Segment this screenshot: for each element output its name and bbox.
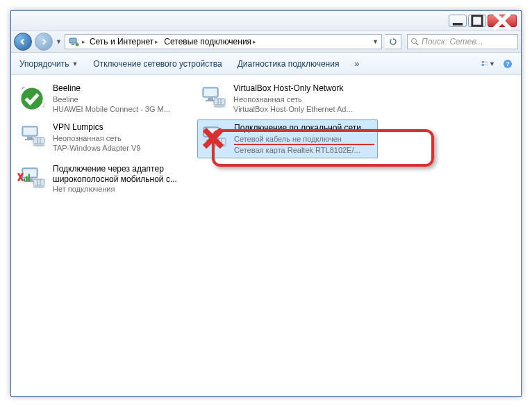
- connection-item[interactable]: VirtualBox Host-Only NetworkНеопознанная…: [197, 81, 378, 117]
- connection-device: Сетевая карта Realtek RTL8102E/...: [234, 145, 374, 155]
- svg-point-7: [412, 38, 417, 43]
- forward-button[interactable]: [35, 33, 53, 51]
- svg-rect-54: [33, 179, 44, 185]
- network-adapter-icon: [19, 83, 47, 111]
- connection-item[interactable]: Подключение по локальной сетиСетевой каб…: [197, 119, 378, 158]
- explorer-window: ▼ ▸ Сеть и Интернет ▸ Сетевые подключени…: [10, 10, 522, 397]
- connection-status: Неопознанная сеть: [53, 133, 194, 143]
- svg-rect-9: [482, 60, 484, 63]
- address-dropdown-icon[interactable]: ▼: [372, 38, 379, 45]
- help-button[interactable]: ?: [500, 56, 515, 72]
- connection-name: VirtualBox Host-Only Network: [233, 83, 375, 94]
- svg-point-55: [33, 185, 45, 188]
- svg-point-37: [33, 144, 45, 147]
- close-button[interactable]: [488, 15, 517, 27]
- search-icon: [410, 38, 419, 46]
- back-button[interactable]: [14, 33, 32, 51]
- connection-item[interactable]: Подключение через адаптер широкополосной…: [17, 161, 197, 197]
- svg-text:?: ?: [506, 60, 510, 67]
- disable-device-button[interactable]: Отключение сетевого устройства: [90, 58, 224, 70]
- svg-line-8: [416, 43, 418, 45]
- more-commands-button[interactable]: »: [351, 58, 362, 70]
- svg-rect-28: [214, 99, 225, 105]
- history-dropdown-icon[interactable]: ▼: [56, 38, 62, 45]
- connection-name: Подключение через адаптер широкополосной…: [53, 164, 194, 184]
- svg-rect-25: [204, 89, 217, 96]
- connection-device: TAP-Windows Adapter V9: [53, 143, 194, 153]
- svg-rect-33: [24, 128, 36, 135]
- svg-rect-61: [26, 176, 27, 182]
- svg-rect-1: [472, 15, 482, 25]
- view-options-button[interactable]: ▼: [481, 56, 496, 72]
- breadcrumb-current[interactable]: Сетевые подключения ▸: [163, 37, 258, 47]
- maximize-button[interactable]: [468, 15, 486, 27]
- network-adapter-icon: [19, 164, 47, 192]
- titlebar: [11, 11, 521, 31]
- svg-rect-60: [24, 178, 25, 181]
- svg-rect-10: [482, 64, 484, 66]
- connection-status: Нет подключения: [53, 184, 194, 194]
- svg-rect-36: [33, 138, 44, 144]
- connection-item[interactable]: VPN LumpicsНеопознанная сетьTAP-Windows …: [17, 119, 197, 158]
- connection-name: Beeline: [53, 83, 194, 94]
- network-adapter-icon: [19, 122, 47, 150]
- network-adapter-icon: [200, 83, 228, 111]
- connection-status: Неопознанная сеть: [233, 94, 375, 104]
- connection-device: VirtualBox Host-Only Ethernet Ad...: [233, 104, 375, 114]
- navbar: ▼ ▸ Сеть и Интернет ▸ Сетевые подключени…: [11, 31, 521, 53]
- breadcrumb-root[interactable]: Сеть и Интернет ▸: [88, 37, 160, 47]
- svg-rect-5: [72, 44, 74, 45]
- connections-pane: BeelineBeelineHUAWEI Mobile Connect - 3G…: [11, 75, 521, 205]
- refresh-button[interactable]: [385, 34, 401, 49]
- diagnose-button[interactable]: Диагностика подключения: [235, 58, 342, 70]
- svg-point-6: [75, 42, 78, 46]
- organize-button[interactable]: Упорядочить▼: [17, 58, 81, 70]
- search-input[interactable]: Поиск: Сетев...: [407, 34, 518, 49]
- address-bar[interactable]: ▸ Сеть и Интернет ▸ Сетевые подключения …: [65, 34, 382, 49]
- svg-rect-34: [27, 137, 33, 139]
- network-location-icon: [68, 36, 79, 47]
- minimize-button[interactable]: [449, 15, 467, 27]
- toolbar: Упорядочить▼ Отключение сетевого устройс…: [11, 53, 521, 75]
- connection-item[interactable]: BeelineBeelineHUAWEI Mobile Connect - 3G…: [17, 81, 197, 117]
- connection-name: Подключение по локальной сети: [234, 123, 374, 134]
- connection-status: Сетевой кабель не подключен: [234, 134, 374, 145]
- svg-rect-26: [208, 98, 213, 100]
- connection-status: Beeline: [53, 94, 194, 104]
- svg-rect-62: [28, 174, 30, 182]
- connection-device: HUAWEI Mobile Connect - 3G M...: [53, 104, 194, 114]
- network-adapter-icon: [201, 123, 228, 151]
- connection-name: VPN Lumpics: [53, 122, 194, 133]
- svg-rect-4: [69, 38, 76, 43]
- svg-point-29: [213, 105, 226, 108]
